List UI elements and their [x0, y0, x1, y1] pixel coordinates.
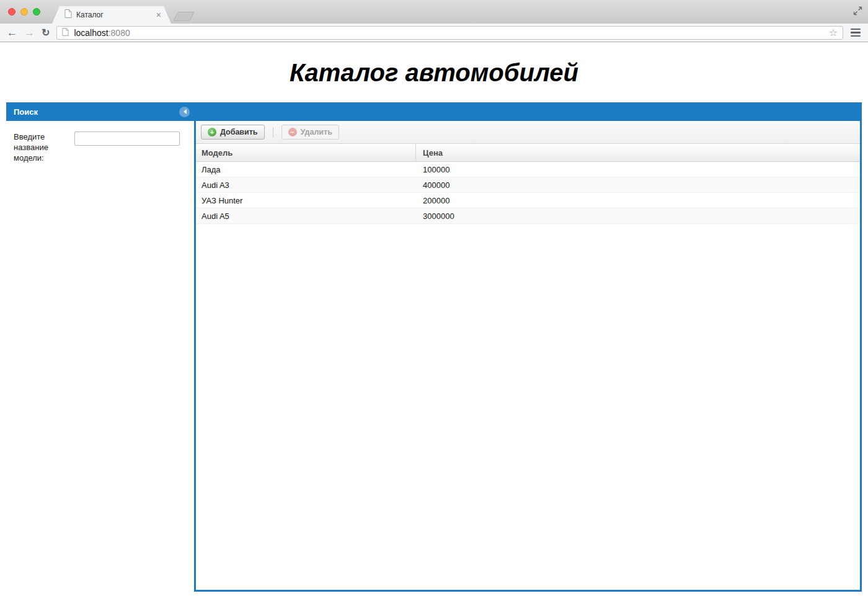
- cell-model: Audi A3: [196, 180, 416, 190]
- grid-panel: + Добавить − Удалить Модель Цена Лада 10…: [194, 121, 862, 592]
- add-button[interactable]: + Добавить: [201, 125, 265, 140]
- page-icon: [62, 27, 69, 38]
- browser-tab[interactable]: Каталог ×: [52, 6, 171, 24]
- browser-toolbar: ← → ↻ localhost:8080 ☆: [0, 24, 868, 42]
- cell-model: Лада: [196, 165, 416, 174]
- bookmark-star-icon[interactable]: ☆: [829, 27, 838, 38]
- catalog-app: Поиск Введите название модели: + Добавит…: [6, 102, 862, 596]
- cell-model: УАЗ Hunter: [196, 196, 416, 205]
- page-favicon-icon: [64, 9, 72, 20]
- add-button-label: Добавить: [220, 128, 258, 136]
- browser-tab-strip: Каталог ×: [0, 0, 868, 24]
- new-tab-button[interactable]: [173, 12, 195, 21]
- table-row[interactable]: Audi A5 3000000: [196, 208, 860, 224]
- tab-title: Каталог: [76, 11, 104, 19]
- reload-button[interactable]: ↻: [42, 28, 50, 38]
- app-body: Введите название модели: + Добавить − Уд…: [6, 121, 862, 596]
- url-port: :8080: [108, 28, 130, 38]
- search-panel-body: Введите название модели:: [6, 121, 191, 596]
- address-bar[interactable]: localhost:8080 ☆: [56, 26, 843, 40]
- delete-button-label: Удалить: [301, 128, 332, 136]
- window-minimize-button[interactable]: [20, 8, 28, 16]
- grid-header: Модель Цена: [196, 144, 860, 162]
- minus-icon: −: [288, 128, 297, 136]
- url-text: localhost:8080: [74, 28, 130, 38]
- browser-menu-icon[interactable]: [850, 27, 861, 39]
- cell-price: 100000: [416, 165, 860, 174]
- window-controls: [8, 8, 40, 16]
- search-panel-title: Поиск: [14, 107, 38, 117]
- table-row[interactable]: Лада 100000: [196, 162, 860, 177]
- chevron-left-icon: [181, 109, 187, 114]
- search-panel-header: Поиск: [6, 107, 194, 117]
- back-button[interactable]: ←: [7, 27, 17, 38]
- grid-toolbar: + Добавить − Удалить: [196, 121, 860, 144]
- panel-header-bar: Поиск: [6, 102, 862, 121]
- model-search-input[interactable]: [74, 131, 180, 146]
- fullscreen-icon[interactable]: [853, 6, 862, 18]
- table-row[interactable]: Audi A3 400000: [196, 177, 860, 193]
- window-close-button[interactable]: [8, 8, 16, 16]
- forward-button[interactable]: →: [24, 27, 35, 38]
- column-header-model[interactable]: Модель: [196, 144, 416, 161]
- cell-model: Audi A5: [196, 211, 416, 221]
- delete-button[interactable]: − Удалить: [281, 125, 339, 140]
- collapse-panel-button[interactable]: [179, 107, 190, 117]
- toolbar-separator: [273, 127, 273, 138]
- cell-price: 200000: [416, 196, 860, 205]
- tab-close-icon[interactable]: ×: [156, 11, 161, 19]
- window-zoom-button[interactable]: [33, 8, 40, 16]
- cell-price: 400000: [416, 180, 860, 190]
- column-header-price[interactable]: Цена: [416, 144, 860, 161]
- plus-icon: +: [208, 128, 216, 136]
- grid-body: Лада 100000 Audi A3 400000 УАЗ Hunter 20…: [196, 162, 860, 590]
- url-host: localhost: [74, 28, 108, 38]
- model-search-label: Введите название модели:: [14, 131, 64, 596]
- table-row[interactable]: УАЗ Hunter 200000: [196, 193, 860, 208]
- cell-price: 3000000: [416, 211, 860, 221]
- page-title: Каталог автомобилей: [0, 59, 868, 87]
